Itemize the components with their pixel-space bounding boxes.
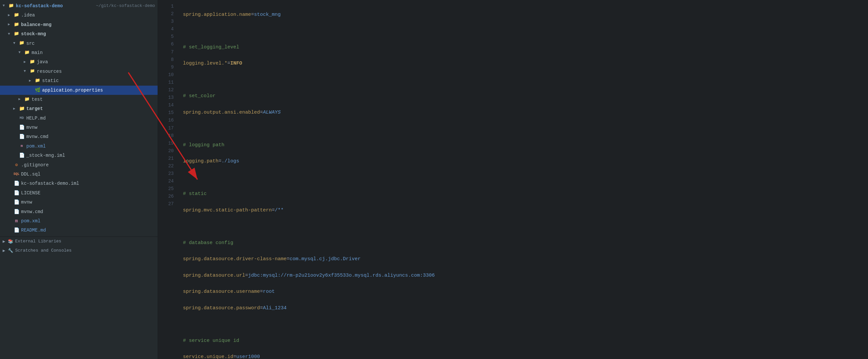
sql-icon: SQL xyxy=(13,172,20,177)
code-line-21: # service unique id xyxy=(183,337,863,345)
arrow-icon: ▼ xyxy=(8,31,13,37)
folder-icon: 📁 xyxy=(8,3,14,9)
code-line-18: spring.datasource.username=root xyxy=(183,288,863,296)
code-content[interactable]: spring.application.name=stock_mng # set_… xyxy=(178,0,868,359)
tree-item-kc-iml[interactable]: 📄 kc-sofastack-demo.iml xyxy=(0,179,158,188)
folder-icon: 📁 xyxy=(13,21,20,28)
arrow-icon: ▶ xyxy=(13,106,19,112)
tree-item-readme[interactable]: 📄 README.md xyxy=(0,226,158,235)
tree-item-src[interactable]: ▼ 📁 src xyxy=(0,39,158,48)
tree-item-label: stock-mng xyxy=(21,30,155,37)
code-editor[interactable]: 12345 678910 1112131415 1617181920 21222… xyxy=(158,0,868,359)
arrow-icon: ▼ xyxy=(13,40,19,47)
code-line-22: service.unique.id=user1000 xyxy=(183,353,863,359)
folder-icon: 📁 xyxy=(13,12,20,19)
arrow-icon: ▼ xyxy=(19,50,24,56)
arrow-icon: ▶ xyxy=(3,239,8,244)
tree-item-label: java xyxy=(37,58,155,65)
tree-item-label: application.properties xyxy=(42,87,155,94)
code-line-15: # database config xyxy=(183,239,863,247)
arrow-icon: ▼ xyxy=(24,68,29,75)
tree-item-label: _stock-mng.iml xyxy=(26,152,155,159)
resources-icon: 📁 xyxy=(29,68,35,75)
tree-item-test[interactable]: ▶ 📁 test xyxy=(0,95,158,104)
scratches-section[interactable]: ▶ 🔧 Scratches and Consoles xyxy=(0,246,158,255)
properties-icon: 🌿 xyxy=(34,87,41,94)
tree-item-label: target xyxy=(26,105,155,112)
folder-icon: 📁 xyxy=(19,105,25,112)
code-line-14 xyxy=(183,223,863,231)
arrow-icon: ▶ xyxy=(29,78,34,84)
tree-item-mvnw[interactable]: 📄 mvnw xyxy=(0,123,158,132)
code-line-11 xyxy=(183,174,863,182)
editor-area: 12345 678910 1112131415 1617181920 21222… xyxy=(158,0,868,359)
tree-item-root[interactable]: ▼ 📁 kc-sofastack-demo ~/git/kc-sofastack… xyxy=(0,1,158,10)
main-container: ▼ 📁 kc-sofastack-demo ~/git/kc-sofastack… xyxy=(0,0,868,359)
tree-item-pom-xml2[interactable]: m pom.xml xyxy=(0,216,158,226)
arrow-icon: ▶ xyxy=(8,12,13,19)
tree-item-java[interactable]: ▶ 📁 java xyxy=(0,57,158,66)
tree-item-label: static xyxy=(42,77,155,84)
tree-item-ddl-sql[interactable]: SQL DDL.sql xyxy=(0,170,158,179)
folder-icon: 📁 xyxy=(13,31,20,37)
code-line-6: # set_color xyxy=(183,92,863,101)
external-libraries-section[interactable]: ▶ 📚 External Libraries xyxy=(0,237,158,246)
tree-item-label: mvnw xyxy=(21,199,155,206)
tree-item-mvnw-cmd2[interactable]: 📄 mvnw.cmd xyxy=(0,207,158,216)
code-line-16: spring.datasource.driver-class-name=com.… xyxy=(183,255,863,264)
code-line-7: spring.output.ansi.enabled=ALWAYS xyxy=(183,109,863,117)
tree-item-pom-xml[interactable]: m pom.xml xyxy=(0,142,158,151)
xml-icon: m xyxy=(19,143,25,149)
file-icon: 📄 xyxy=(19,133,25,140)
tree-item-resources[interactable]: ▼ 📁 resources xyxy=(0,67,158,76)
folder-icon: 📁 xyxy=(24,49,30,56)
library-icon: 📚 xyxy=(8,239,13,244)
project-tree: ▼ 📁 kc-sofastack-demo ~/git/kc-sofastack… xyxy=(0,0,158,237)
readme-icon: 📄 xyxy=(13,227,20,234)
tree-item-label: mvnw.cmd xyxy=(26,133,155,140)
tree-item-label: LICENSE xyxy=(21,189,155,197)
tree-item-application-properties[interactable]: 🌿 application.properties xyxy=(0,86,158,95)
code-line-17: spring.datasource.url=jdbc:mysql://rm-p2… xyxy=(183,272,863,280)
tree-item-label: test xyxy=(32,96,155,103)
arrow-icon: ▶ xyxy=(19,96,24,103)
sidebar: ▼ 📁 kc-sofastack-demo ~/git/kc-sofastack… xyxy=(0,0,158,359)
code-line-8 xyxy=(183,125,863,133)
tree-item-balance-mng[interactable]: ▶ 📁 balance-mng xyxy=(0,20,158,29)
tree-item-idea[interactable]: ▶ 📁 .idea xyxy=(0,10,158,20)
arrow-icon: ▶ xyxy=(8,22,13,28)
tree-item-target[interactable]: ▶ 📁 target xyxy=(0,104,158,113)
arrow-icon: ▶ xyxy=(3,248,8,253)
tree-item-label: mvnw xyxy=(26,124,155,131)
code-line-2 xyxy=(183,27,863,35)
code-line-10: logging.path=./logs xyxy=(183,158,863,166)
tree-item-label: README.md xyxy=(21,227,155,234)
code-line-20 xyxy=(183,321,863,329)
tree-item-main[interactable]: ▼ 📁 main xyxy=(0,48,158,57)
tree-item-help-md[interactable]: MD HELP.md xyxy=(0,114,158,123)
code-line-12: # static xyxy=(183,190,863,198)
tree-item-mvnw2[interactable]: 📄 mvnw xyxy=(0,198,158,207)
tree-item-label: src xyxy=(26,40,155,47)
code-line-4: logging.level.*=INFO xyxy=(183,60,863,68)
java-folder-icon: 📁 xyxy=(29,59,35,65)
tree-item-stock-mng[interactable]: ▼ 📁 stock-mng xyxy=(0,29,158,38)
folder-icon: 📁 xyxy=(34,77,41,84)
line-numbers: 12345 678910 1112131415 1617181920 21222… xyxy=(158,0,178,359)
tree-item-static[interactable]: ▶ 📁 static xyxy=(0,76,158,85)
tree-item-gitignore[interactable]: ⊙ .gitignore xyxy=(0,160,158,170)
md-icon: MD xyxy=(19,115,25,121)
tree-item-label: .idea xyxy=(21,11,155,19)
file-icon: 📄 xyxy=(13,199,20,206)
tree-item-label: pom.xml xyxy=(21,217,155,225)
code-line-9: # logging path xyxy=(183,141,863,149)
tree-item-license[interactable]: 📄 LICENSE xyxy=(0,188,158,198)
code-line-13: spring.mvc.static-path-pattern=/** xyxy=(183,206,863,215)
tree-item-mvnw-cmd[interactable]: 📄 mvnw.cmd xyxy=(0,132,158,141)
tree-item-label: DDL.sql xyxy=(21,171,155,178)
file-icon: 📄 xyxy=(19,124,25,131)
tree-item-stock-mng-iml[interactable]: 📄 _stock-mng.iml xyxy=(0,151,158,160)
arrow-icon: ▶ xyxy=(24,59,29,65)
iml-icon: 📄 xyxy=(19,152,25,159)
tree-item-label: .gitignore xyxy=(21,161,155,169)
